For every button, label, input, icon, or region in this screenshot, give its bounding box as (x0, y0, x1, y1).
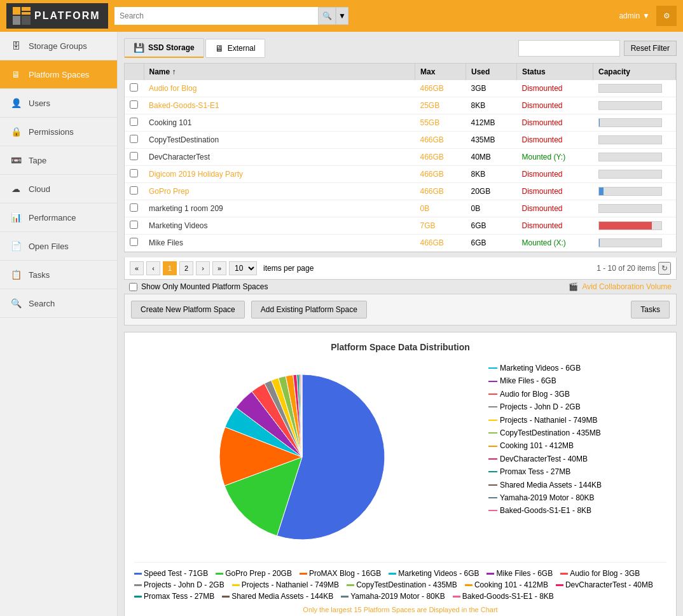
tab-ssd-storage[interactable]: 💾 SSD Storage (124, 38, 204, 58)
row-capacity (593, 114, 676, 132)
row-name[interactable]: Audio for Blog (144, 80, 415, 97)
search-dropdown-button[interactable]: ▼ (336, 7, 348, 25)
sidebar-item-storage-groups[interactable]: 🗄 Storage Groups (0, 32, 117, 60)
svg-rect-4 (22, 16, 31, 25)
sidebar-item-label: Permissions (29, 127, 74, 137)
legend-item: GoPro Prep - 20GB (216, 569, 292, 578)
add-existing-platform-space-button[interactable]: Add Existing Platform Space (251, 301, 367, 318)
col-max[interactable]: Max (415, 64, 466, 80)
refresh-button[interactable]: ↻ (658, 262, 671, 275)
row-status: Dismounted (517, 217, 593, 235)
row-checkbox-cell[interactable] (125, 217, 144, 235)
row-name[interactable]: marketing 1 room 209 (144, 200, 415, 217)
reset-filter-label: Reset Filter (631, 44, 670, 53)
row-checkbox-cell[interactable] (125, 80, 144, 97)
svg-rect-3 (13, 16, 20, 25)
settings-button[interactable]: ⚙ (656, 6, 677, 26)
sidebar: 🗄 Storage Groups 🖥 Platform Spaces 👤 Use… (0, 32, 118, 616)
row-status: Mounted (X:) (517, 235, 593, 252)
per-page-select[interactable]: 10 25 50 (229, 261, 257, 275)
legend-item: Marketing Videos - 6GB (389, 569, 479, 578)
chart-label: DevCharacterTest - 40MB (488, 453, 666, 465)
row-checkbox-cell[interactable] (125, 200, 144, 217)
table-row: Digicom 2019 Holiday Party 466GB 8KB Dis… (125, 166, 676, 183)
row-used: 3GB (466, 80, 517, 97)
sidebar-item-label: Storage Groups (29, 41, 87, 51)
tasks-button[interactable]: Tasks (631, 301, 670, 318)
col-status[interactable]: Status (517, 64, 593, 80)
items-per-page-label: items per page (263, 264, 314, 273)
filter-input[interactable] (518, 40, 620, 57)
create-platform-space-button[interactable]: Create New Platform Space (131, 301, 245, 318)
admin-button[interactable]: admin ▼ (619, 11, 650, 20)
ssd-icon: 💾 (134, 43, 144, 53)
tab-external[interactable]: 🖥 External (205, 39, 265, 58)
sidebar-item-label: Platform Spaces (29, 70, 89, 79)
page-last-button[interactable]: » (212, 261, 226, 275)
row-checkbox-cell[interactable] (125, 235, 144, 252)
sidebar-item-tape[interactable]: 📼 Tape (0, 146, 117, 175)
page-prev-button[interactable]: ‹ (146, 261, 160, 275)
row-name[interactable]: DevCharacterTest (144, 149, 415, 166)
row-checkbox-cell[interactable] (125, 97, 144, 114)
tasks-label: Tasks (640, 305, 660, 314)
row-name[interactable]: Digicom 2019 Holiday Party (144, 166, 415, 183)
page-first-button[interactable]: « (130, 261, 144, 275)
legend-item: Yamaha-2019 Motor - 80KB (341, 592, 445, 601)
row-checkbox-cell[interactable] (125, 114, 144, 132)
col-name[interactable]: Name ↑ (144, 64, 415, 80)
sidebar-item-platform-spaces[interactable]: 🖥 Platform Spaces (0, 60, 117, 89)
sidebar-item-search[interactable]: 🔍 Search (0, 289, 117, 318)
row-max: 466GB (415, 166, 466, 183)
chart-label: Projects - John D - 2GB (488, 400, 666, 413)
col-capacity[interactable]: Capacity (593, 64, 676, 80)
page-2-button[interactable]: 2 (179, 261, 193, 275)
sidebar-item-users[interactable]: 👤 Users (0, 89, 117, 118)
sidebar-item-open-files[interactable]: 📄 Open Files (0, 232, 117, 261)
table-row: CopyTestDestination 466GB 435MB Dismount… (125, 132, 676, 149)
page-1-button[interactable]: 1 (163, 261, 177, 275)
chart-labels-container: Marketing Videos - 6GBMike Files - 6GBAu… (488, 362, 666, 517)
row-capacity (593, 200, 676, 217)
search-button[interactable]: 🔍 (318, 7, 336, 25)
chart-label: Shared Media Assets - 144KB (488, 479, 666, 491)
add-existing-label: Add Existing Platform Space (261, 305, 357, 314)
row-checkbox-cell[interactable] (125, 166, 144, 183)
row-max: 466GB (415, 80, 466, 97)
row-capacity (593, 183, 676, 200)
row-name[interactable]: GoPro Prep (144, 183, 415, 200)
page-next-button[interactable]: › (196, 261, 210, 275)
sidebar-item-tasks[interactable]: 📋 Tasks (0, 261, 117, 289)
chart-label: Baked-Goods-S1-E1 - 8KB (488, 504, 666, 517)
sidebar-item-permissions[interactable]: 🔒 Permissions (0, 118, 117, 146)
svg-rect-0 (13, 7, 20, 15)
row-checkbox-cell[interactable] (125, 183, 144, 200)
sidebar-item-cloud[interactable]: ☁ Cloud (0, 175, 117, 203)
avid-link[interactable]: 🎬 Avid Collaboration Volume (569, 282, 672, 291)
tape-icon: 📼 (10, 155, 22, 165)
chart-label: Marketing Videos - 6GB (488, 362, 666, 374)
row-used: 6GB (466, 217, 517, 235)
row-checkbox-cell[interactable] (125, 132, 144, 149)
row-name[interactable]: CopyTestDestination (144, 132, 415, 149)
mounted-only-checkbox[interactable] (129, 283, 137, 291)
tasks-icon: 📋 (10, 270, 22, 280)
reset-filter-button[interactable]: Reset Filter (624, 41, 677, 56)
search-input[interactable] (114, 7, 318, 25)
sidebar-item-label: Search (29, 299, 55, 308)
row-checkbox-cell[interactable] (125, 149, 144, 166)
col-checkbox[interactable] (125, 64, 144, 80)
chart-note: Only the largest 15 Platform Spaces are … (134, 606, 666, 613)
legend-item: Shared Media Assets - 144KB (222, 592, 333, 601)
row-status: Dismounted (517, 97, 593, 114)
col-used[interactable]: Used (466, 64, 517, 80)
row-name[interactable]: Mike Files (144, 235, 415, 252)
sidebar-item-label: Tape (29, 156, 46, 165)
row-name[interactable]: Marketing Videos (144, 217, 415, 235)
header-right: admin ▼ ⚙ (619, 6, 677, 26)
row-name[interactable]: Cooking 101 (144, 114, 415, 132)
row-name[interactable]: Baked-Goods-S1-E1 (144, 97, 415, 114)
legend-item: Speed Test - 71GB (134, 569, 208, 578)
table-row: Baked-Goods-S1-E1 25GB 8KB Dismounted (125, 97, 676, 114)
sidebar-item-performance[interactable]: 📊 Performance (0, 203, 117, 232)
